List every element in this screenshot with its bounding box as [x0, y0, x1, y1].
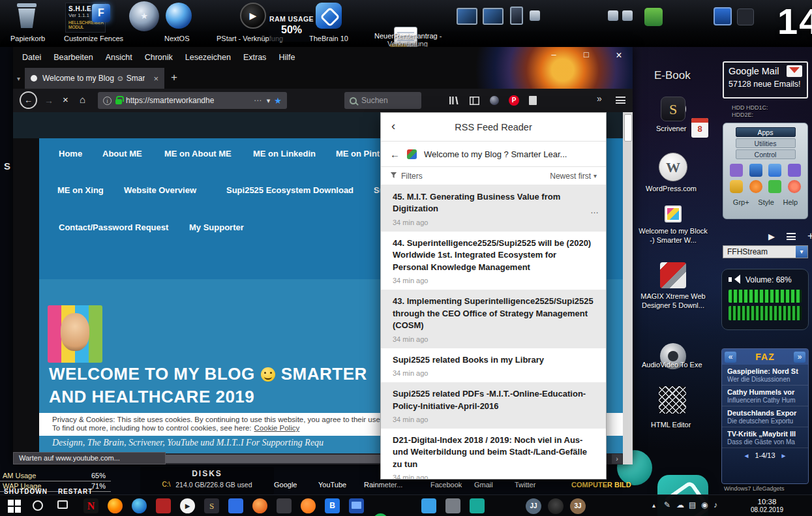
- menu-lesezeichen[interactable]: Lesezeichen: [185, 53, 231, 62]
- faz-prev-button[interactable]: [725, 352, 736, 363]
- nav-about-me[interactable]: About ME: [102, 149, 142, 159]
- notes-extension-icon[interactable]: [529, 96, 537, 105]
- menu-hamburger-icon[interactable]: [616, 97, 625, 104]
- faz-item[interactable]: TV-Kritik „Maybrit Ill Dass die Gäste vo…: [722, 427, 808, 448]
- scroll-right-arrow[interactable]: [612, 454, 622, 464]
- stream-dropdown-icon[interactable]: [796, 246, 807, 258]
- tray-onedrive-icon[interactable]: [676, 500, 684, 509]
- mini-icon-1[interactable]: [530, 10, 540, 21]
- tray-media-icon[interactable]: [714, 500, 717, 509]
- stop-button[interactable]: [63, 94, 68, 105]
- library-icon[interactable]: [449, 96, 459, 108]
- faz-item[interactable]: Gaspipeline: Nord St Wer die Diskussione…: [722, 365, 808, 386]
- orange-circle-icon[interactable]: [301, 498, 316, 513]
- menu-bearbeiten[interactable]: Bearbeiten: [53, 53, 93, 62]
- menu-chronik[interactable]: Chronik: [145, 53, 173, 62]
- minimize-button[interactable]: [549, 50, 558, 61]
- lock-icon[interactable]: [730, 180, 743, 193]
- shortcut-rainmeter[interactable]: Rainmeter...: [364, 481, 402, 489]
- rss-item[interactable]: Supi2525 related Books in my Library 34 …: [381, 348, 606, 382]
- thebrain-icon[interactable]: [316, 3, 342, 29]
- shortcut-youtube[interactable]: YouTube: [318, 481, 346, 489]
- shortcut-google[interactable]: Google: [274, 481, 297, 489]
- rss-item[interactable]: 43. Implementing Superintelligence2525/S…: [381, 290, 606, 348]
- media-player-icon[interactable]: [180, 498, 195, 513]
- calendar-icon[interactable]: 8: [691, 118, 708, 138]
- pstart-icon[interactable]: [240, 3, 266, 29]
- vertical-scrollbar-thumb[interactable]: [624, 114, 632, 142]
- apps-button[interactable]: Apps: [736, 127, 796, 137]
- red-app-icon[interactable]: [156, 498, 171, 513]
- menu-datei[interactable]: Datei: [22, 53, 41, 62]
- blue-app-icon[interactable]: [228, 498, 243, 513]
- close-button[interactable]: [614, 50, 624, 61]
- power-icon[interactable]: [749, 180, 762, 193]
- overflow-chevron-icon[interactable]: [597, 93, 602, 104]
- faz-item[interactable]: Deutschlands Expor Die deutschen Exportu: [722, 406, 808, 427]
- nav-contact-password[interactable]: Contact/Password Request: [59, 222, 168, 232]
- recycle-bin-icon[interactable]: [16, 3, 38, 29]
- teal-app-icon[interactable]: [470, 498, 485, 513]
- stream-select[interactable]: FFHStream: [723, 245, 808, 258]
- cortana-search-button[interactable]: [33, 500, 43, 511]
- pinterest-icon[interactable]: [509, 95, 519, 106]
- theme-icon[interactable]: [788, 164, 801, 177]
- avatar-3j[interactable]: 3J: [570, 498, 586, 514]
- tab-scroll-icon[interactable]: [17, 75, 20, 82]
- sort-dropdown[interactable]: Newest first: [550, 172, 597, 181]
- faz-item[interactable]: Cathy Hummels vor Influencerin Cathy Hum: [722, 386, 808, 406]
- tools-icon[interactable]: [644, 8, 663, 26]
- blue-app-icon-2[interactable]: [421, 498, 436, 513]
- nav-me-on-pinterest[interactable]: ME on Pint: [336, 149, 380, 159]
- nav-home[interactable]: Home: [59, 149, 82, 159]
- display-icon[interactable]: [749, 164, 762, 177]
- bluetooth-icon[interactable]: [325, 498, 340, 513]
- refresh-icon[interactable]: [768, 180, 781, 193]
- back-button[interactable]: [20, 91, 37, 109]
- nav-me-on-about-me[interactable]: ME on About ME: [164, 149, 232, 159]
- nav-me-on-xing[interactable]: ME on Xing: [57, 185, 104, 195]
- globe-extension-icon[interactable]: [490, 96, 499, 105]
- spotify-icon[interactable]: [373, 513, 388, 516]
- browser-blue-icon[interactable]: [132, 498, 147, 513]
- shortcut-facebook[interactable]: Facebook: [430, 481, 462, 489]
- new-tab-button[interactable]: [171, 71, 177, 84]
- tv-app-icon[interactable]: [349, 498, 364, 513]
- search-bar[interactable]: [344, 92, 421, 109]
- tray-network-icon[interactable]: [689, 500, 696, 509]
- url-bar[interactable]: https://smarterworkandhe: [98, 92, 287, 109]
- orange-app-icon[interactable]: [252, 498, 267, 513]
- rss-back-arrow-icon[interactable]: [390, 149, 400, 160]
- avatar-jj[interactable]: JJ: [526, 498, 541, 514]
- app-grid-icon-1[interactable]: [730, 164, 743, 177]
- rss-feed-header[interactable]: Welcome to my Blog ? Smarter Lear...: [381, 142, 606, 167]
- home-button[interactable]: [80, 94, 85, 105]
- tablet-icon[interactable]: [510, 7, 523, 25]
- gray-app-icon[interactable]: [445, 498, 460, 513]
- task-view-button[interactable]: [57, 500, 68, 509]
- shortcut-gmail[interactable]: Gmail: [474, 481, 493, 489]
- utilities-button[interactable]: Utilities: [736, 138, 796, 148]
- dark-app-icon[interactable]: [277, 498, 292, 513]
- cookie-policy-link[interactable]: Cookie Policy: [254, 424, 300, 432]
- playlist-button[interactable]: [787, 233, 796, 240]
- site-info-icon[interactable]: [103, 97, 112, 105]
- rss-item[interactable]: 45. M.I.T. Generating Business Value fro…: [381, 185, 606, 232]
- style-button[interactable]: Style: [758, 198, 774, 206]
- htmleditor-desktop-icon[interactable]: [659, 386, 686, 414]
- tray-expand-icon[interactable]: [652, 502, 655, 509]
- maximize-button[interactable]: [582, 50, 591, 61]
- nav-me-on-linkedin[interactable]: ME on Linkedin: [253, 149, 316, 159]
- nav-my-supporter[interactable]: My Supporter: [189, 222, 244, 232]
- scrivener-taskbar-icon[interactable]: [204, 498, 219, 513]
- shield-emblem-icon[interactable]: [129, 1, 159, 31]
- stop-icon[interactable]: [788, 180, 801, 193]
- nav-website-overview[interactable]: Website Overview: [124, 185, 196, 195]
- faz-pager-prev-icon[interactable]: [743, 452, 749, 459]
- search-input[interactable]: [361, 96, 410, 105]
- sidebar-icon[interactable]: [470, 96, 479, 108]
- rss-item[interactable]: D21-Digital-Index 2018 / 2019: Noch viel…: [381, 429, 606, 479]
- taskbar-clock[interactable]: 10:38 08.02.2019: [744, 498, 790, 513]
- rss-item[interactable]: Supi2525 related PDFs -M.I.T.-Online-Edu…: [381, 382, 606, 429]
- tab-close-icon[interactable]: [153, 74, 158, 83]
